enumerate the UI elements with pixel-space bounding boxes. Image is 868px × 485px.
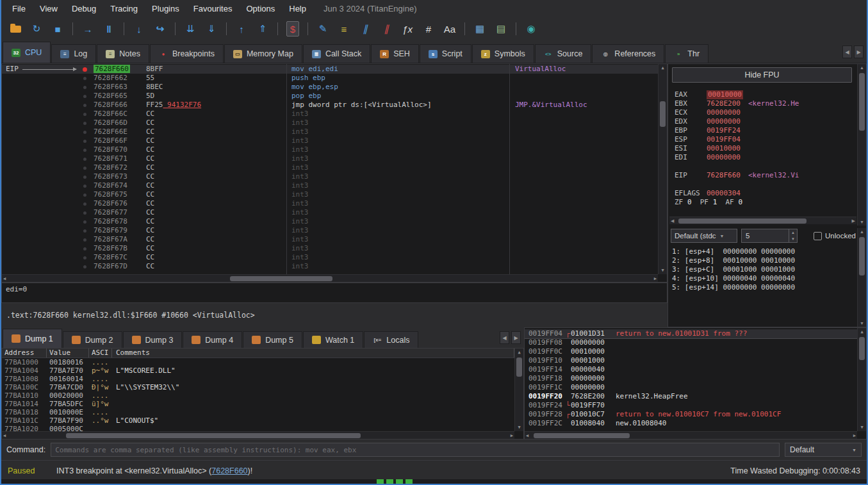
spin-up-icon[interactable]: ▲	[791, 231, 795, 234]
register-row[interactable]: ESP0019FF04	[675, 135, 866, 144]
scrollbar-thumb[interactable]	[660, 101, 666, 127]
stack-row[interactable]: 0019FF0C00010000	[525, 347, 857, 356]
argument-row[interactable]: 3: [esp+C] 00001000 00001000	[669, 265, 856, 274]
trace-into-icon[interactable]: ⇊	[184, 21, 197, 37]
scroll-left-icon[interactable]: ◀	[671, 218, 674, 224]
scroll-up-icon[interactable]: ▲	[860, 229, 864, 234]
register-row[interactable]: EBP0019FF24	[675, 126, 866, 135]
disasm-row[interactable]: 7628F677CCint3	[2, 208, 658, 217]
dump-hscrollbar[interactable]: ◀ ▶	[2, 431, 514, 439]
stack-row[interactable]: 0019FF207628E200kernel32.HeapFree	[525, 392, 857, 401]
disasm-row[interactable]: 7628F679CCint3	[2, 226, 658, 235]
tab-seh[interactable]: RSEH	[371, 44, 419, 63]
open-file-icon[interactable]	[9, 21, 22, 37]
run-to-return-icon[interactable]: ↑	[235, 21, 248, 37]
scroll-right-icon[interactable]: ▶	[852, 218, 855, 224]
tab-log[interactable]: ≡Log	[51, 44, 96, 63]
bottom-tab-dump-5[interactable]: Dump 5	[243, 331, 302, 348]
hide-fpu-button[interactable]: Hide FPU	[672, 67, 852, 83]
stack-row[interactable]: 0019FF28┌010010C7return to new.010010C7 …	[525, 410, 857, 419]
stack-row[interactable]: 0019FF2C01008040new.01008040	[525, 419, 857, 428]
settings-globe-icon[interactable]: ◉	[525, 21, 537, 37]
tab-call-stack[interactable]: ≣Call Stack	[303, 44, 370, 63]
disasm-row[interactable]: 7628F67BCCint3	[2, 244, 658, 253]
bottom-tab-dump-3[interactable]: Dump 3	[123, 331, 183, 348]
dump-row[interactable]: 77BA10180010000E....	[2, 408, 514, 416]
tab-symbols[interactable]: zSymbols	[472, 44, 534, 63]
bookmark-blue-icon[interactable]: ∥	[359, 21, 372, 37]
scroll-up-icon[interactable]: ▲	[661, 65, 664, 70]
dump-row[interactable]: 77BA10200005000C	[2, 425, 514, 431]
registers-hscrollbar[interactable]: ◀ ▶	[669, 217, 856, 224]
menu-view[interactable]: View	[33, 1, 65, 16]
register-row[interactable]: EAX00010000	[675, 90, 866, 99]
disasm-row[interactable]: EIP7628F6608BFFmov edi,ediVirtualAlloc	[2, 65, 658, 74]
dump-row[interactable]: 77BA100000180016....	[2, 358, 514, 366]
command-profile-select[interactable]: Default ▼	[785, 443, 862, 457]
scroll-left-icon[interactable]: ◀	[3, 433, 6, 438]
bottom-tab-dump-1[interactable]: Dump 1	[3, 329, 62, 348]
stack-hscrollbar[interactable]: ◀ ▶	[525, 431, 857, 439]
disasm-row[interactable]: 7628F672CCint3	[2, 163, 658, 172]
bottom-tab-dump-2[interactable]: Dump 2	[63, 331, 122, 348]
breakpoint-address-link[interactable]: 7628F660	[211, 466, 247, 475]
scroll-right-icon[interactable]: ▶	[511, 331, 521, 344]
scroll-down-icon[interactable]: ▼	[860, 321, 864, 325]
stack-row[interactable]: 0019FF1C00000000	[525, 383, 857, 392]
dump-vscrollbar[interactable]: ▲ ▼	[514, 349, 523, 431]
dump-header-address[interactable]: Address	[2, 349, 47, 358]
register-row[interactable]: EBX7628E200<kernel32.He	[675, 99, 866, 108]
stack-row[interactable]: 0019FF24└0019FF70	[525, 401, 857, 410]
dump-row[interactable]: 77BA100C77BA7CD0Đ|°wL"\\SYSTEM32\\"	[2, 383, 514, 391]
register-row[interactable]: EDX00000000	[675, 117, 866, 126]
disasm-row[interactable]: 7628F6655Dpop ebp	[2, 92, 658, 101]
bottom-tab-locals[interactable]: [x=Locals	[364, 331, 418, 348]
scroll-right-icon[interactable]: ▶	[854, 45, 864, 58]
bottom-tab-watch-1[interactable]: Watch 1	[303, 331, 363, 348]
disasm-row[interactable]: 7628F678CCint3	[2, 217, 658, 226]
hash-icon[interactable]: #	[422, 21, 435, 37]
tab-memory-map[interactable]: ▭Memory Map	[224, 44, 302, 63]
argument-row[interactable]: 1: [esp+4] 00000000 00000000	[669, 247, 856, 256]
scroll-left-icon[interactable]: ◀	[3, 276, 6, 281]
scroll-up-icon[interactable]: ▲	[518, 350, 520, 355]
bookmark-red-icon[interactable]: ∥	[380, 21, 393, 37]
pause-icon[interactable]: ‖	[102, 21, 115, 37]
scrollbar-thumb[interactable]	[678, 218, 807, 224]
tab-breakpoints[interactable]: ●Breakpoints	[150, 44, 224, 63]
disasm-vscrollbar[interactable]: ▲ ▼	[658, 64, 667, 274]
scrollbar-thumb[interactable]	[516, 358, 522, 377]
scrollbar-thumb[interactable]	[859, 73, 865, 131]
stack-row[interactable]: 0019FF1400000040	[525, 365, 857, 374]
disasm-row[interactable]: 7628F671CCint3	[2, 154, 658, 163]
stack-row[interactable]: 0019FF1800000000	[525, 374, 857, 383]
dump-row[interactable]: 77BA100477BA7E70p~°wL"MSCOREE.DLL"	[2, 366, 514, 375]
disasm-row[interactable]: 7628F67ACCint3	[2, 235, 658, 244]
argument-row[interactable]: 2: [esp+8] 00010000 00010000	[669, 256, 856, 265]
menu-plugins[interactable]: Plugins	[145, 1, 186, 16]
run-to-user-code-icon[interactable]: ⇑	[256, 21, 269, 37]
scroll-up-icon[interactable]: ▲	[860, 65, 864, 70]
disasm-row[interactable]: 7628F67CCCint3	[2, 253, 658, 262]
run-icon[interactable]: →	[81, 21, 94, 37]
scroll-left-icon[interactable]: ◀	[500, 331, 509, 344]
register-row[interactable]: ECX00000000	[675, 108, 866, 117]
disasm-row[interactable]: 7628F66FCCint3	[2, 136, 658, 145]
command-input[interactable]	[51, 443, 780, 457]
scroll-right-icon[interactable]: ▶	[511, 433, 513, 438]
registers-vscrollbar[interactable]: ▲ ▼	[857, 64, 866, 226]
unlocked-checkbox[interactable]	[814, 232, 822, 240]
disasm-row[interactable]: 7628F666FF25 94132F76jmp dword ptr ds:[<…	[2, 101, 658, 110]
step-into-icon[interactable]: ↓	[133, 21, 145, 37]
disasm-row[interactable]: 7628F66DCCint3	[2, 119, 658, 127]
function-icon[interactable]: ƒx	[401, 21, 414, 37]
report-icon[interactable]: ▤	[495, 21, 507, 37]
patches-icon[interactable]: $	[286, 21, 299, 37]
step-over-icon[interactable]: ↪	[154, 21, 167, 37]
dump-row[interactable]: 77BA101477BA5DFCü]°w	[2, 400, 514, 408]
dump-header-value[interactable]: Value	[47, 349, 89, 358]
disasm-row[interactable]: 7628F676CCint3	[2, 199, 658, 208]
tab-source[interactable]: <>Source	[535, 44, 592, 63]
bottom-tab-dump-4[interactable]: Dump 4	[183, 331, 242, 348]
disasm-row[interactable]: 7628F674CCint3	[2, 181, 658, 190]
